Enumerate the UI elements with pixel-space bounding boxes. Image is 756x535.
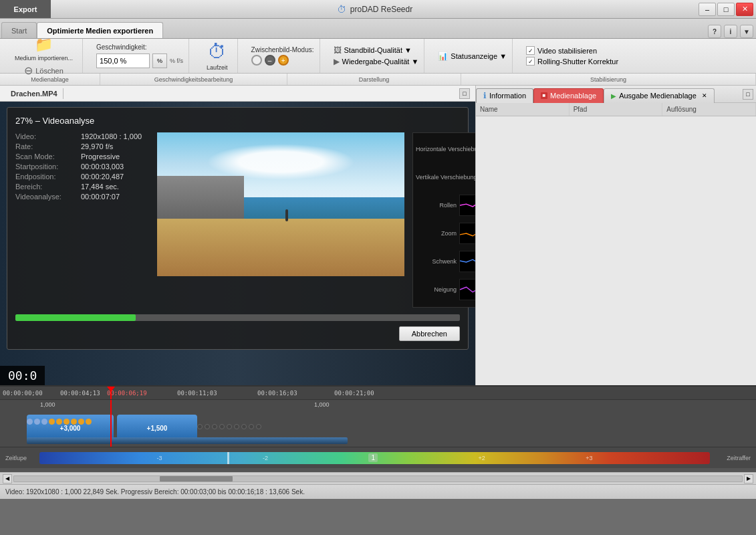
track-playhead — [110, 400, 112, 447]
graph-schwenk: Schwenk — [416, 248, 475, 275]
speed-gradient[interactable]: -3 -2 1 +2 +3 — [39, 452, 710, 464]
speed-val-2: 1,000 — [314, 401, 330, 408]
col-pfad: Pfad — [570, 103, 663, 116]
video-stab-checkbox[interactable]: Video stabilisieren — [526, 46, 618, 55]
video-tab-label: Drachen.MP4 — [5, 88, 64, 99]
col-name: Name — [476, 103, 570, 116]
speed-percent-button[interactable]: % — [152, 54, 167, 68]
playhead-marker — [107, 387, 115, 392]
section-medienablage: Medienablage — [0, 74, 100, 85]
info-button[interactable]: i — [724, 25, 737, 38]
analysis-preview — [157, 132, 404, 308]
video-panel: Drachen.MP4 □ 27% – Videoanalyse Video:1… — [0, 86, 475, 385]
track-dots-cont — [197, 424, 261, 429]
abbrechen-button[interactable]: Abbrechen — [399, 326, 460, 341]
zeitlupe-label: Zeitlupe — [5, 455, 35, 461]
maximize-button[interactable]: □ — [717, 3, 735, 16]
track-dots-row — [27, 419, 92, 425]
speed-gradient-bar: Zeitlupe -3 -2 1 +2 +3 Zeitraffer — [0, 447, 756, 468]
graph-svg-schwenk — [460, 251, 475, 272]
time-display: 00:0 — [0, 366, 45, 385]
progress-bar-container — [15, 314, 460, 321]
radio-minus-button[interactable]: – — [265, 55, 275, 66]
graph-svg-zoom — [460, 223, 475, 243]
wiedergabe-icon: ▶ — [334, 57, 340, 66]
standbild-label: Standbild-Qualität ▼ — [344, 46, 412, 54]
minimize-button[interactable]: – — [699, 3, 716, 16]
analysis-body: Video:1920x1080 : 1,000 Rate:29,970 f/s … — [15, 132, 460, 308]
ruler-mark-5: 00:00:21;00 — [334, 390, 374, 397]
laufzeit-label: Laufzeit — [207, 64, 228, 71]
import-button[interactable]: 📁 Medium importieren... — [11, 35, 77, 63]
section-geschwindigkeit: Geschwindigkeitsbearbeitung — [100, 74, 287, 85]
tab-medienablage[interactable]: ■ Medienablage — [533, 88, 604, 103]
section-darstellung: Darstellung — [287, 74, 461, 85]
preview-image — [157, 132, 404, 276]
standbild-icon: 🖼 — [334, 45, 342, 55]
laufzeit-button[interactable]: ⏱ Laufzeit — [203, 39, 232, 72]
app-title-area: ⏱ proDAD ReSeedr — [51, 4, 699, 15]
media-section: 📁 Medium importieren... ⊖ Löschen — [5, 39, 83, 73]
tab-start-label: Start — [11, 27, 27, 35]
video-stab-check[interactable] — [526, 46, 535, 55]
video-tab-header: Drachen.MP4 □ — [0, 86, 475, 102]
output-tab-close[interactable]: ✕ — [702, 92, 707, 99]
help-button[interactable]: ? — [708, 25, 721, 38]
tab-restore-button[interactable]: □ — [459, 88, 470, 99]
title-bar: Export ⏱ proDAD ReSeedr – □ ✕ — [0, 0, 756, 19]
scroll-left-button[interactable]: ◀ — [3, 474, 12, 484]
graph-horizontal: Horizontale Verschiebung — [416, 136, 475, 163]
standbild-button[interactable]: 🖼 Standbild-Qualität ▼ — [334, 45, 419, 55]
tick-1: 1 — [368, 453, 378, 462]
status-button[interactable]: 📊 Statusanzeige ▼ — [438, 51, 507, 61]
segment-label-1: +3,000 — [60, 425, 81, 432]
export-tab-title: Export — [0, 0, 51, 18]
tab-optimized-label: Optimierte Medien exportieren — [47, 27, 153, 35]
analysis-info: Video:1920x1080 : 1,000 Rate:29,970 f/s … — [15, 132, 149, 308]
rolling-checkbox[interactable]: Rolling-Shutter Korrektur — [526, 57, 618, 66]
main-track-bar — [27, 437, 348, 444]
graph-neigung: Neigung — [416, 276, 475, 303]
tick-minus3: -3 — [157, 455, 162, 461]
scroll-track[interactable] — [13, 475, 743, 482]
tab-information[interactable]: ℹ Information — [476, 88, 533, 103]
analysis-title: 27% – Videoanalyse — [15, 116, 460, 126]
tab-bar-right: ? i ▼ — [708, 25, 756, 38]
right-tabs: ℹ Information ■ Medienablage ▶ Ausgabe M… — [476, 86, 756, 103]
speed-section: Geschwindigkeit: % % f/s — [91, 39, 189, 73]
zeitraffer-label: Zeitraffer — [714, 455, 751, 461]
scroll-thumb[interactable] — [160, 476, 233, 481]
main-content: Drachen.MP4 □ 27% – Videoanalyse Video:1… — [0, 86, 756, 385]
tab-output[interactable]: ▶ Ausgabe Medienablage ✕ — [604, 88, 715, 103]
right-panel: ℹ Information ■ Medienablage ▶ Ausgabe M… — [475, 86, 756, 385]
zwischen-label: Zwischenbild-Modus: — [251, 46, 314, 54]
col-aufloesung: Auflösung — [662, 103, 756, 116]
graph-svg-neigung — [460, 280, 475, 300]
rolling-label: Rolling-Shutter Korrektur — [537, 58, 618, 66]
scroll-right-button[interactable]: ▶ — [744, 474, 753, 484]
analysis-graphs: Horizontale Verschiebung Vertikale Versc… — [412, 132, 475, 308]
right-panel-restore[interactable]: □ — [743, 89, 753, 100]
right-panel-content — [476, 116, 756, 385]
radio-plus-button[interactable]: + — [278, 55, 289, 66]
export-label: Export — [14, 5, 37, 13]
close-button[interactable]: ✕ — [736, 3, 753, 16]
speed-input[interactable] — [96, 54, 150, 68]
video-tab-controls: □ — [459, 88, 470, 99]
laufzeit-section: ⏱ Laufzeit — [197, 39, 238, 73]
timeline-ruler[interactable]: 00:00:00;00 00:00:04;13 00:00:06;19 00:0… — [0, 387, 756, 400]
radio-off-button[interactable] — [251, 55, 262, 66]
timeline-track[interactable]: 1,000 1,000 +3,000 +1,500 — [0, 400, 756, 447]
wiedergabe-button[interactable]: ▶ Wiedergabe-Qualität ▼ — [334, 57, 419, 66]
tick-minus2: -2 — [263, 455, 268, 461]
wiedergabe-label: Wiedergabe-Qualität ▼ — [342, 58, 419, 66]
rolling-check[interactable] — [526, 57, 535, 66]
settings-button[interactable]: ▼ — [740, 25, 753, 38]
ruler-mark-0: 00:00:00;00 — [3, 390, 43, 397]
tick-plus3: +3 — [586, 455, 592, 461]
bottom-scroll: ◀ ▶ — [0, 472, 756, 484]
status-section: 📊 Statusanzeige ▼ — [432, 39, 513, 73]
output-tab-label: Ausgabe Medienablage — [619, 92, 697, 100]
window-controls: – □ ✕ — [699, 3, 756, 16]
section-stabilisierung: Stabilisierung — [461, 74, 756, 85]
